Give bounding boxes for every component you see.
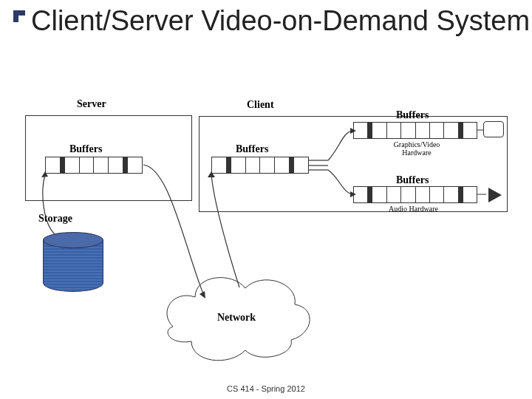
svg-marker-6 — [350, 128, 356, 134]
slide-bullet-icon — [13, 10, 25, 22]
diagram-canvas: Server Buffers Client Buffers Buffers Gr… — [25, 98, 513, 371]
svg-marker-7 — [350, 191, 356, 197]
storage-cylinder-top — [43, 232, 103, 248]
network-label: Network — [217, 312, 256, 324]
slide-title: Client/Server Video-on-Demand System — [31, 6, 530, 37]
network-cloud-svg — [25, 98, 513, 371]
svg-marker-2 — [208, 171, 215, 177]
slide-footer: CS 414 - Spring 2012 — [0, 384, 532, 393]
svg-marker-0 — [41, 171, 48, 177]
